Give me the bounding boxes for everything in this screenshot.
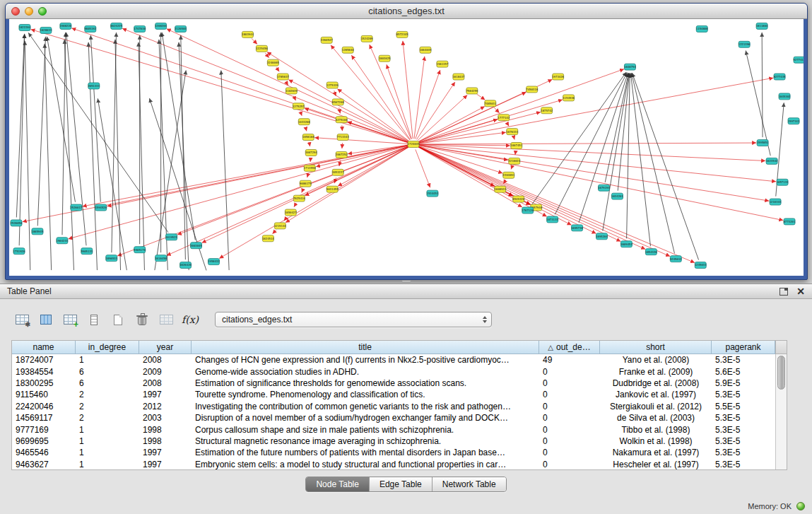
graph-node[interactable]: 3067294 (305, 149, 317, 156)
table-mode-button[interactable]: ✱ (11, 310, 33, 329)
graph-node[interactable]: 1824514 (262, 235, 274, 242)
table-row[interactable]: 1938455462009Genome-wide association stu… (12, 366, 775, 377)
graph-node[interactable]: 1904233 (56, 238, 68, 244)
graph-node[interactable]: 3216024 (508, 158, 520, 164)
graph-node[interactable]: 1826420 (180, 262, 192, 269)
graph-node[interactable]: 1219144 (274, 223, 286, 229)
graph-node[interactable]: 1785837 (277, 74, 289, 80)
new-file-button[interactable] (107, 310, 129, 329)
tab-node-table[interactable]: Node Table (306, 477, 370, 491)
graph-node[interactable]: 1154936 (563, 95, 575, 101)
graph-node[interactable]: 7450318 (526, 86, 538, 93)
graph-node[interactable]: 9686175 (300, 180, 312, 187)
graph-node[interactable]: 8572345 (396, 31, 408, 37)
graph-node[interactable]: 7713343 (337, 134, 349, 141)
column-header-name[interactable]: name (12, 341, 76, 354)
column-header-title[interactable]: title (192, 341, 539, 354)
new-column-button[interactable]: + (59, 310, 81, 329)
graph-node[interactable]: 1534453 (427, 190, 439, 197)
graph-node[interactable]: 4275166 (336, 117, 348, 123)
column-header-out-de-[interactable]: △out_de… (539, 341, 600, 354)
graph-node[interactable]: 1695730 (571, 225, 583, 231)
graph-node[interactable]: 2120583 (175, 25, 187, 32)
table-row[interactable]: 977716911998Corpus callosum shape and si… (12, 424, 775, 435)
graph-node[interactable]: 1713558 (304, 165, 316, 171)
graph-node[interactable]: 6773201 (784, 218, 796, 225)
table-row[interactable]: 946554611997Estimation of the future num… (12, 447, 775, 458)
float-panel-icon[interactable] (779, 288, 788, 296)
graph-node[interactable]: 1845302 (779, 93, 791, 100)
graph-node[interactable]: 1858166 (302, 134, 314, 141)
graph-node[interactable]: 1822204 (19, 24, 31, 30)
tab-edge-table[interactable]: Edge Table (370, 477, 433, 491)
graph-node[interactable]: 1007451 (510, 143, 522, 149)
graph-node[interactable]: 9245012 (670, 256, 682, 262)
table-row[interactable]: 1830029562008Estimation of significance … (12, 378, 775, 389)
graph-node[interactable]: 8624225 (110, 23, 122, 29)
graph-node[interactable]: 1608933 (494, 186, 506, 192)
table-select-dropdown[interactable]: citations_edges.txt (215, 312, 492, 327)
graph-node[interactable]: 7485031 (484, 100, 496, 107)
graph-node[interactable]: 1648794 (624, 64, 636, 70)
graph-node[interactable]: 5905170 (134, 247, 146, 253)
table-row[interactable]: 2242004622012Investigating the contribut… (12, 401, 775, 412)
graph-node[interactable]: 9031455 (326, 186, 339, 192)
graph-node[interactable]: 7584259 (466, 88, 478, 94)
graph-node[interactable]: 1865945 (32, 228, 44, 235)
graph-node[interactable]: 1221390 (739, 41, 751, 47)
graph-node[interactable]: 1628033 (40, 27, 52, 33)
graph-node[interactable]: 9277413 (794, 57, 804, 63)
column-header-short[interactable]: short (600, 341, 712, 354)
graph-node[interactable]: 1650427 (285, 209, 297, 216)
graph-node[interactable]: 1973426 (552, 74, 564, 80)
tab-network-table[interactable]: Network Table (433, 477, 506, 491)
graph-node[interactable]: 1747030 (134, 25, 146, 32)
scrollbar-thumb[interactable] (777, 356, 785, 390)
graph-node[interactable]: 1875742 (541, 107, 553, 114)
graph-node[interactable]: 1834201 (611, 193, 623, 199)
graph-node[interactable]: 1811804 (756, 23, 768, 29)
window-titlebar[interactable]: citations_edges.txt (6, 4, 807, 19)
select-columns-button[interactable] (35, 310, 57, 329)
graph-node[interactable]: 1275257 (293, 103, 305, 110)
graph-node[interactable]: 1597343 (788, 118, 800, 124)
graph-node[interactable]: 2260547 (321, 37, 333, 43)
graph-node[interactable]: 1245033 (695, 262, 707, 269)
table-row[interactable]: 1456911722003Disruption of a novel membe… (12, 412, 775, 424)
close-window-button[interactable] (11, 7, 20, 16)
graph-node[interactable]: 2003045 (190, 243, 202, 249)
graph-node[interactable]: 1102639 (286, 88, 298, 94)
table-row[interactable]: 969969511998Structural magnetic resonanc… (12, 436, 775, 447)
graph-node[interactable]: 1210343 (770, 199, 782, 205)
graph-node[interactable]: 1961357 (437, 61, 449, 67)
graph-node[interactable]: 1803944 (242, 31, 254, 37)
vertical-scrollbar[interactable] (775, 354, 787, 469)
graph-node[interactable]: 1623542 (766, 158, 778, 164)
network-canvas[interactable]: 1822204162803319882209605192862422517470… (9, 19, 804, 276)
zoom-window-button[interactable] (38, 7, 47, 16)
rows-button[interactable] (83, 310, 105, 329)
graph-node[interactable]: 1595851 (757, 140, 769, 146)
graph-node[interactable]: 1676333 (506, 129, 518, 135)
column-header-pagerank[interactable]: pagerank (712, 341, 775, 354)
graph-node[interactable]: 2526056 (11, 220, 23, 226)
graph-node[interactable]: 1896533 (105, 255, 117, 262)
graph-node[interactable]: 1057133 (777, 179, 789, 185)
graph-node[interactable]: 1225450 (256, 45, 268, 52)
delete-button[interactable] (131, 310, 153, 329)
graph-node[interactable]: 1988220 (59, 23, 71, 29)
import-table-button[interactable] (155, 310, 177, 329)
column-header-year[interactable]: year (139, 341, 192, 354)
graph-node[interactable]: 1873133 (546, 216, 558, 223)
graph-node[interactable]: 8277435 (774, 74, 786, 80)
table-row[interactable]: 1872400712008Changes of HCN gene express… (12, 354, 775, 366)
graph-node[interactable]: 1154808 (696, 25, 708, 32)
graph-node[interactable]: 1777142 (498, 115, 510, 121)
graph-node[interactable]: 1664049 (420, 47, 432, 53)
graph-node[interactable]: 8549320 (512, 196, 524, 202)
graph-node[interactable]: 1616450 (155, 255, 167, 262)
graph-node[interactable]: 1724049 (408, 141, 420, 148)
table-row[interactable]: 911546021997Tourette syndrome. Phenomeno… (12, 389, 775, 400)
close-panel-icon[interactable]: ✕ (796, 286, 805, 296)
graph-node[interactable]: 1609453 (620, 241, 632, 247)
